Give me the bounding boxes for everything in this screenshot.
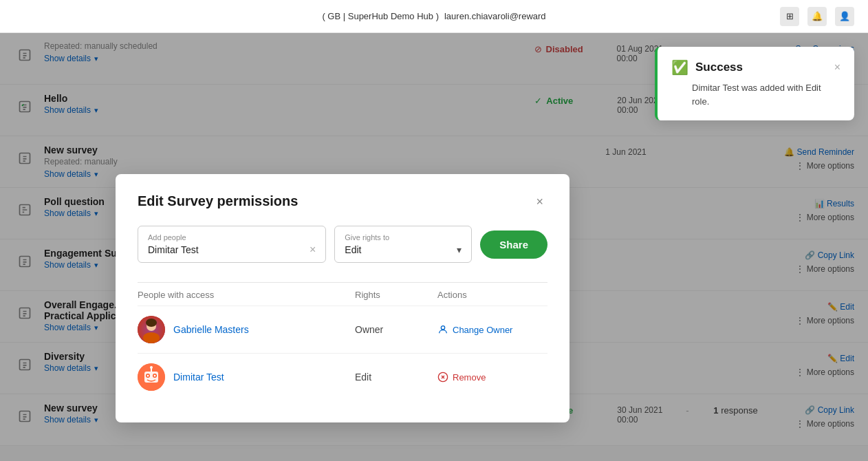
modal-close-button[interactable]: × — [532, 194, 547, 209]
add-people-label: Add people — [148, 233, 316, 242]
bell-icon-btn[interactable]: 🔔 — [807, 7, 827, 26]
avatar-gabrielle — [138, 316, 165, 343]
add-people-field[interactable]: Add people Dimitar Test × — [138, 226, 326, 263]
modal-title: Edit Survey permissions — [138, 193, 298, 209]
access-row-gabrielle: Gabrielle Masters Owner Change Owner — [138, 305, 547, 353]
grid-icon: ⊞ — [786, 11, 794, 21]
svg-point-19 — [154, 375, 156, 377]
clear-add-people-btn[interactable]: × — [310, 244, 316, 255]
svg-point-21 — [150, 366, 153, 369]
notification-title-row: ✅ Success — [671, 59, 743, 76]
notification-close-button[interactable]: × — [834, 61, 840, 74]
svg-point-12 — [146, 319, 157, 327]
person-cell-dimitar: Dimitar Test — [138, 363, 355, 391]
rights-cell-dimitar: Edit — [355, 372, 437, 383]
notification-body: Dimitar Test was added with Edit role. — [692, 81, 840, 108]
give-rights-field[interactable]: Give rights to Edit ▾ — [334, 226, 472, 263]
rights-cell-gabrielle: Owner — [355, 324, 437, 335]
notification-title: Success — [695, 61, 743, 74]
grid-icon-btn[interactable]: ⊞ — [780, 7, 799, 26]
top-bar: ( GB | SuperHub Demo Hub ) lauren.chiava… — [0, 0, 868, 33]
main-content: Repeated: manually scheduled Show detail… — [0, 33, 868, 461]
top-bar-right: ⊞ 🔔 👤 — [780, 7, 854, 26]
edit-survey-permissions-modal: Edit Survey permissions × Add people Dim… — [116, 174, 569, 422]
rights-value: Edit — [345, 244, 361, 255]
access-row-dimitar: Dimitar Test Edit Remove — [138, 353, 547, 400]
success-check-icon: ✅ — [671, 59, 688, 76]
avatar-dimitar — [138, 363, 165, 391]
svg-point-11 — [143, 332, 160, 343]
hub-info: ( GB | SuperHub Demo Hub ) lauren.chiava… — [322, 11, 545, 21]
change-owner-button[interactable]: Change Owner — [437, 324, 547, 335]
access-table-header: People with access Rights Actions — [138, 283, 547, 305]
col-header-people: People with access — [138, 290, 355, 300]
user-icon: 👤 — [839, 11, 850, 21]
user-email: lauren.chiavaroli@reward — [444, 11, 546, 21]
add-people-value: Dimitar Test — [148, 244, 199, 255]
chevron-down-icon: ▾ — [457, 244, 462, 255]
notification-header: ✅ Success × — [671, 59, 840, 76]
remove-button[interactable]: Remove — [437, 372, 547, 383]
person-name-dimitar[interactable]: Dimitar Test — [173, 372, 224, 383]
svg-point-18 — [147, 375, 149, 377]
col-header-rights: Rights — [355, 290, 437, 300]
add-people-value-row: Dimitar Test × — [148, 244, 316, 255]
share-button[interactable]: Share — [480, 231, 547, 259]
person-cell-gabrielle: Gabrielle Masters — [138, 316, 355, 343]
person-name-gabrielle[interactable]: Gabrielle Masters — [173, 324, 249, 335]
modal-share-row: Add people Dimitar Test × Give rights to… — [138, 226, 547, 263]
hub-label: ( GB | SuperHub Demo Hub ) — [322, 11, 439, 21]
user-icon-btn[interactable]: 👤 — [835, 7, 854, 26]
success-notification: ✅ Success × Dimitar Test was added with … — [655, 47, 854, 120]
rights-field-inner: Edit ▾ — [345, 244, 462, 255]
modal-header: Edit Survey permissions × — [138, 193, 547, 209]
give-rights-label: Give rights to — [345, 233, 462, 242]
col-header-actions: Actions — [437, 290, 547, 300]
svg-point-13 — [441, 326, 444, 330]
access-table: People with access Rights Actions — [138, 282, 547, 400]
actions-cell-dimitar: Remove — [437, 372, 547, 383]
bell-icon: 🔔 — [812, 11, 823, 21]
actions-cell-gabrielle: Change Owner — [437, 324, 547, 335]
